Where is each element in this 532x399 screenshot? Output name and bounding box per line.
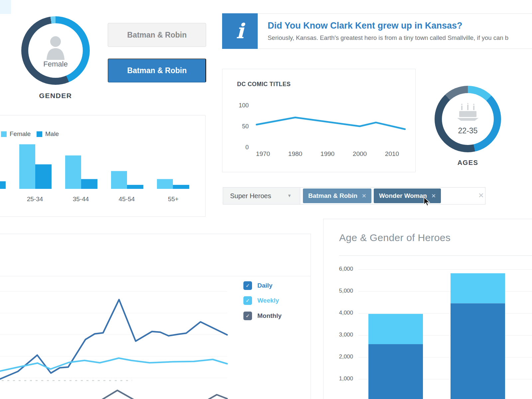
checkbox-weekly[interactable]: ✓ <box>243 296 252 305</box>
bar-male <box>35 164 52 189</box>
stacked-bar-male <box>451 303 505 399</box>
dashboard-screen: { "misc": { "corner_tile_color": "#e9f6f… <box>0 0 532 399</box>
dc-titles-series-line <box>257 117 405 129</box>
superheroes-select-label: Super Heroes <box>230 192 271 200</box>
checkbox-label: Monthly <box>257 312 282 320</box>
traffic-legend-item-daily: ✓Daily <box>243 281 272 290</box>
checkbox-label: Daily <box>257 282 272 289</box>
traffic-line-daily <box>0 300 227 386</box>
dc-y-tick: 100 <box>222 102 249 109</box>
info-banner-title: Did You Know Clark Kent grew up in Kansa… <box>268 21 463 31</box>
tag-remove-icon[interactable]: ✕ <box>362 193 366 200</box>
gender-donut-chart: Female <box>21 16 90 85</box>
stacked-bar-female <box>451 273 505 303</box>
traffic-line-monthly <box>95 390 227 399</box>
traffic-legend-item-weekly: ✓Weekly <box>243 296 279 305</box>
bar-female <box>65 156 81 189</box>
bar-female <box>19 144 35 189</box>
checkbox-label: Weekly <box>257 297 279 304</box>
dc-x-tick: 1970 <box>250 150 276 158</box>
bar-male <box>173 185 189 189</box>
dc-x-tick: 2010 <box>379 150 405 158</box>
dc-y-tick: 0 <box>222 144 249 151</box>
info-banner-subtitle: Seriously, Kansas. Earth's greatest hero… <box>268 34 508 42</box>
ghost-button[interactable]: Batman & Robin <box>108 23 206 47</box>
bar-male <box>127 185 143 189</box>
bar-category-label: 45-54 <box>112 196 142 203</box>
mouse-cursor-icon <box>423 197 432 207</box>
dc-x-tick: 1980 <box>282 150 309 158</box>
chevron-down-icon[interactable]: ▼ <box>287 193 292 198</box>
ages-donut-caption: AGES <box>435 159 501 167</box>
cutoff-corner-tile <box>0 0 11 14</box>
ages-donut-center-label: 22-35 <box>435 126 501 135</box>
bar-female <box>157 179 173 189</box>
bar-category-label: 35-44 <box>66 196 96 203</box>
age-gender-stacked-chart <box>323 219 532 399</box>
dc-x-tick: 2000 <box>346 150 373 158</box>
bar-category-label: 55+ <box>158 196 188 203</box>
primary-button[interactable]: Batman & Robin <box>108 59 206 82</box>
info-icon: i <box>222 13 258 49</box>
checkbox-daily[interactable]: ✓ <box>243 281 252 290</box>
checkbox-monthly[interactable]: ✓ <box>243 312 252 320</box>
tag-remove-icon[interactable]: ✕ <box>431 193 436 200</box>
gender-donut-caption: GENDER <box>21 92 90 100</box>
tag-label: Batman & Robin <box>308 192 357 200</box>
stacked-bar-female <box>368 314 423 344</box>
bar-female <box>111 171 127 189</box>
bar-category-label: 25-34 <box>20 196 50 203</box>
clear-filter-icon[interactable]: ✕ <box>478 192 484 200</box>
dc-y-tick: 50 <box>222 123 249 130</box>
tag-label: Wonder Woman <box>379 192 427 200</box>
ages-donut-chart: 22-35 <box>435 86 501 152</box>
bar-male <box>81 179 97 189</box>
dc-x-tick: 1990 <box>314 150 341 158</box>
filter-tag-batman-robin[interactable]: Batman & Robin✕ <box>303 189 371 203</box>
person-female-icon <box>46 36 65 60</box>
traffic-line-weekly <box>0 358 227 375</box>
birthday-cake-icon <box>457 103 478 121</box>
stacked-bar-male <box>368 344 423 399</box>
info-banner <box>258 13 532 49</box>
traffic-legend-item-monthly: ✓Monthly <box>243 312 282 320</box>
gender-donut-center-label: Female <box>21 60 90 68</box>
